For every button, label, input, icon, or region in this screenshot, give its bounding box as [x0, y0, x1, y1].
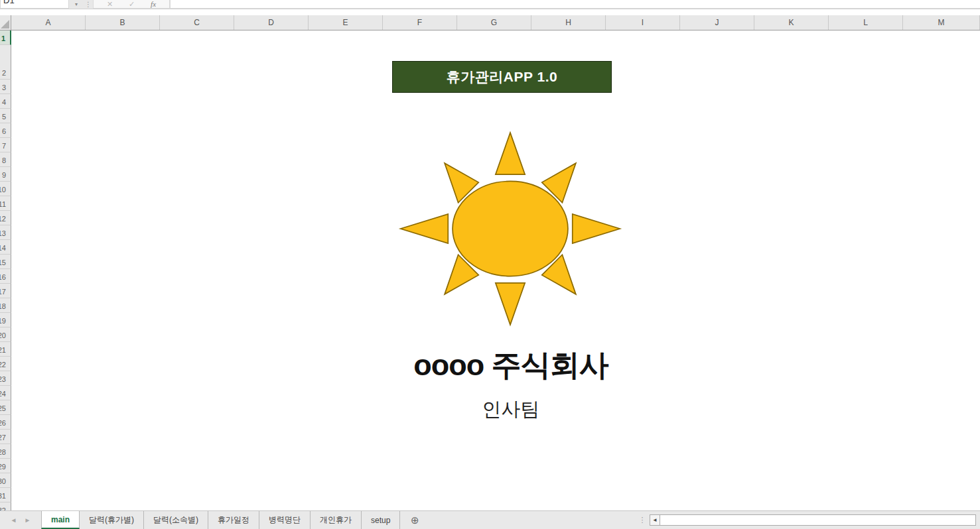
row-number: 26 [0, 419, 11, 427]
sheet-tab-휴가일정[interactable]: 휴가일정 [208, 511, 259, 529]
sheet-tab-개인휴가[interactable]: 개인휴가 [311, 511, 362, 529]
sheet-tab-main[interactable]: main [41, 511, 80, 529]
row-number: 11 [0, 200, 11, 208]
row-number: 30 [0, 477, 11, 485]
scrollbar-thumb[interactable] [660, 515, 975, 525]
row-header-6[interactable]: 6 [0, 123, 11, 138]
row-header-13[interactable]: 13 [0, 225, 11, 240]
sheet-tab-병력명단[interactable]: 병력명단 [259, 511, 311, 529]
app-title-banner[interactable]: 휴가관리APP 1.0 [392, 61, 612, 93]
column-header-H[interactable]: H [531, 15, 606, 30]
column-header-K[interactable]: K [754, 15, 829, 30]
column-header-J[interactable]: J [680, 15, 754, 30]
column-header-I[interactable]: I [606, 15, 680, 30]
cancel-icon[interactable]: ✕ [107, 1, 113, 7]
row-number: 7 [0, 142, 11, 150]
column-header-A[interactable]: A [11, 15, 86, 30]
row-number: 6 [0, 127, 11, 135]
row-number: 18 [0, 302, 11, 310]
row-number: 15 [0, 259, 11, 266]
row-number: 10 [0, 186, 11, 194]
row-number: 3 [0, 84, 11, 91]
row-header-10[interactable]: 10 [0, 182, 11, 196]
row-header-4[interactable]: 4 [0, 94, 11, 109]
column-header-L[interactable]: L [829, 15, 903, 30]
select-all-corner[interactable] [0, 15, 11, 30]
row-header-29[interactable]: 29 [0, 459, 11, 473]
row-number: 2 [0, 69, 11, 77]
row-header-16[interactable]: 16 [0, 269, 11, 284]
column-header-G[interactable]: G [457, 15, 531, 30]
row-number: 17 [0, 288, 11, 296]
row-header-2[interactable]: 2 [0, 45, 11, 80]
row-number: 22 [0, 361, 11, 369]
sheet-tab-달력(소속별)[interactable]: 달력(소속별) [144, 511, 208, 529]
scroll-left-icon[interactable]: ◄ [650, 515, 660, 525]
sun-icon [396, 129, 624, 328]
row-header-24[interactable]: 24 [0, 386, 11, 400]
row-header-19[interactable]: 19 [0, 313, 11, 327]
tab-bar-spacer [429, 511, 635, 529]
row-header-9[interactable]: 9 [0, 167, 11, 182]
formula-bar: D1 ▾ ⋮ ✕ ✓ fx [0, 0, 980, 9]
row-header-30[interactable]: 30 [0, 473, 11, 488]
tab-nav-right-icon[interactable]: ► [25, 516, 31, 524]
row-header-7[interactable]: 7 [0, 138, 11, 152]
row-header-25[interactable]: 25 [0, 400, 11, 415]
row-header-14[interactable]: 14 [0, 240, 11, 255]
row-header-20[interactable]: 20 [0, 327, 11, 342]
enter-icon[interactable]: ✓ [129, 1, 135, 7]
row-number: 28 [0, 448, 11, 456]
tab-bar-resize-handle-icon[interactable]: ⋮ [635, 511, 650, 529]
row-header-3[interactable]: 3 [0, 80, 11, 94]
sun-shape[interactable] [396, 129, 624, 328]
column-header-D[interactable]: D [234, 15, 309, 30]
row-number: 13 [0, 229, 11, 237]
row-header-1[interactable]: 1 [0, 30, 11, 45]
column-header-B[interactable]: B [86, 15, 160, 30]
row-header-31[interactable]: 31 [0, 488, 11, 502]
row-number: 29 [0, 463, 11, 471]
name-box[interactable]: D1 [0, 0, 69, 9]
row-header-32[interactable]: 32 [0, 502, 11, 510]
select-all-triangle-icon [1, 20, 9, 29]
row-header-28[interactable]: 28 [0, 444, 11, 459]
row-number: 16 [0, 273, 11, 281]
team-name-text: 인사팀 [279, 396, 743, 423]
formula-buttons: ✕ ✓ fx [93, 0, 170, 9]
column-header-row: ABCDEFGHIJKLM [0, 15, 980, 30]
column-header-M[interactable]: M [903, 15, 980, 30]
row-header-27[interactable]: 27 [0, 430, 11, 444]
column-header-C[interactable]: C [160, 15, 234, 30]
insert-function-icon[interactable]: fx [151, 1, 156, 7]
row-number: 1 [0, 34, 10, 42]
row-number: 19 [0, 317, 11, 325]
row-number: 20 [0, 331, 11, 339]
row-header-15[interactable]: 15 [0, 255, 11, 269]
formula-input[interactable] [170, 0, 980, 9]
row-number: 4 [0, 98, 11, 106]
column-header-E[interactable]: E [309, 15, 383, 30]
row-header-26[interactable]: 26 [0, 415, 11, 430]
add-sheet-icon[interactable]: ⊕ [400, 511, 429, 529]
row-header-23[interactable]: 23 [0, 371, 11, 386]
row-number: 24 [0, 390, 11, 398]
row-header-21[interactable]: 21 [0, 342, 11, 357]
tab-nav-left-icon[interactable]: ◄ [11, 516, 17, 524]
sheet-tab-setup[interactable]: setup [362, 511, 400, 529]
formula-bar-drag-handle-icon: ⋮ [84, 0, 93, 9]
row-header-17[interactable]: 17 [0, 284, 11, 298]
name-box-dropdown-icon[interactable]: ▾ [69, 0, 84, 9]
row-header-8[interactable]: 8 [0, 152, 11, 167]
row-headers: 1234567891011121314151617181920212223242… [0, 30, 11, 510]
row-header-22[interactable]: 22 [0, 357, 11, 371]
row-header-18[interactable]: 18 [0, 298, 11, 313]
sheet-canvas[interactable]: 1234567891011121314151617181920212223242… [0, 30, 980, 510]
horizontal-scrollbar[interactable]: ◄ [650, 514, 976, 526]
row-number: 31 [0, 492, 11, 500]
row-header-12[interactable]: 12 [0, 211, 11, 225]
row-header-11[interactable]: 11 [0, 196, 11, 211]
column-header-F[interactable]: F [383, 15, 457, 30]
sheet-tab-달력(휴가별)[interactable]: 달력(휴가별) [80, 511, 144, 529]
row-header-5[interactable]: 5 [0, 109, 11, 123]
